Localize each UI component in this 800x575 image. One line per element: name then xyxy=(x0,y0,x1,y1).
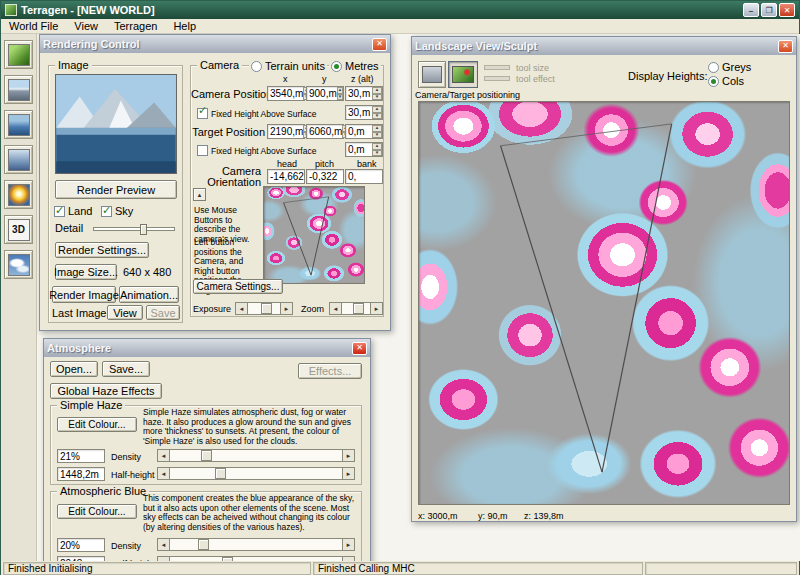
rendering-control-close-button[interactable] xyxy=(372,38,387,51)
landscape-icon xyxy=(8,44,30,66)
sculpt-tool-button[interactable] xyxy=(418,61,446,88)
blue-density-slider[interactable] xyxy=(157,538,355,551)
spinner-icon[interactable] xyxy=(372,143,382,156)
spinner-icon[interactable] xyxy=(372,106,382,119)
orientation-head-field[interactable]: -14,662 xyxy=(267,169,305,184)
camera-position-x-field[interactable]: 3540,m xyxy=(267,86,305,101)
slider-right-arrow-icon[interactable] xyxy=(342,467,355,480)
zoom-slider-track[interactable] xyxy=(342,302,370,315)
haze-halfheight-slider[interactable] xyxy=(157,467,355,480)
exposure-slider-thumb[interactable] xyxy=(261,303,272,314)
orientation-pitch-field[interactable]: -0,322 xyxy=(306,169,344,184)
image-size-button[interactable]: Image Size... xyxy=(55,264,117,280)
blue-density-track[interactable] xyxy=(170,538,342,551)
slider-right-arrow-icon[interactable] xyxy=(280,302,293,315)
fixed-height-2-checkbox[interactable]: Fixed Height Above Surface xyxy=(197,145,316,157)
haze-density-slider[interactable] xyxy=(157,449,355,462)
camera-minimap[interactable] xyxy=(263,186,365,284)
greys-radio[interactable]: Greys xyxy=(708,61,751,73)
slider-left-arrow-icon[interactable] xyxy=(157,538,170,551)
haze-density-field[interactable]: 21% xyxy=(57,449,105,463)
zoom-slider[interactable] xyxy=(329,302,383,315)
metres-label: Metres xyxy=(345,60,379,72)
detail-slider-thumb[interactable] xyxy=(140,224,147,235)
sidebar-3d-button[interactable]: 3D xyxy=(4,215,33,244)
render-settings-button[interactable]: Render Settings... xyxy=(55,242,149,258)
menu-terragen[interactable]: Terragen xyxy=(106,20,165,32)
blue-density-thumb[interactable] xyxy=(198,539,209,550)
fixed-height-1-field[interactable]: 30,m xyxy=(345,105,383,120)
sidebar-water-button[interactable] xyxy=(4,110,33,139)
menu-view[interactable]: View xyxy=(66,20,106,32)
image-group: Image Render Preview Land xyxy=(48,65,183,323)
coord-y-readout: y: 90,m xyxy=(478,511,508,521)
terrain-units-radio[interactable]: Terrain units xyxy=(249,60,327,72)
landscape-heightmap[interactable] xyxy=(418,101,790,505)
atmosphere-body: Open... Save... Effects... Global Haze E… xyxy=(44,357,370,561)
sidebar-clouds-button[interactable] xyxy=(4,145,33,174)
target-position-x-field[interactable]: 2190,m xyxy=(267,124,305,139)
close-button[interactable] xyxy=(779,3,795,17)
haze-density-track[interactable] xyxy=(170,449,342,462)
slider-right-arrow-icon[interactable] xyxy=(370,302,383,315)
rendering-control-title-bar[interactable]: Rendering Control xyxy=(40,35,390,53)
landscape-close-button[interactable] xyxy=(778,40,793,53)
haze-density-thumb[interactable] xyxy=(201,450,212,461)
render-preview-button[interactable]: Render Preview xyxy=(55,180,177,199)
landscape-title-bar[interactable]: Landscape View/Sculpt xyxy=(412,37,796,55)
render-image-button[interactable]: Render Image xyxy=(52,286,116,303)
spinner-icon[interactable] xyxy=(372,87,382,100)
sky-checkbox[interactable]: Sky xyxy=(101,205,133,217)
view-button[interactable]: View xyxy=(107,305,143,320)
target-position-z-field[interactable]: 0,m xyxy=(345,124,383,139)
cols-radio[interactable]: Cols xyxy=(708,75,744,87)
haze-halfheight-field[interactable]: 1448,2m xyxy=(57,467,105,481)
menu-help[interactable]: Help xyxy=(165,20,204,32)
haze-edit-colour-button[interactable]: Edit Colour... xyxy=(57,417,137,432)
slider-left-arrow-icon[interactable] xyxy=(329,302,342,315)
spinner-icon[interactable] xyxy=(337,87,343,100)
camera-position-z-value: 30,m xyxy=(348,88,370,99)
spinner-icon[interactable] xyxy=(372,125,382,138)
zoom-slider-thumb[interactable] xyxy=(353,303,364,314)
sidebar-terrain-button[interactable] xyxy=(4,75,33,104)
slider-left-arrow-icon[interactable] xyxy=(157,449,170,462)
slider-right-arrow-icon[interactable] xyxy=(342,538,355,551)
atmosphere-close-button[interactable] xyxy=(352,342,367,355)
slider-left-arrow-icon[interactable] xyxy=(235,302,248,315)
detail-slider[interactable] xyxy=(93,227,175,231)
blue-edit-colour-button[interactable]: Edit Colour... xyxy=(57,504,137,519)
camera-target-positioning-button[interactable] xyxy=(448,61,478,88)
save-button[interactable]: Save xyxy=(146,305,180,320)
fixed-height-2-field[interactable]: 0,m xyxy=(345,142,383,157)
restore-button[interactable] xyxy=(761,3,777,17)
land-checkbox[interactable]: Land xyxy=(54,205,92,217)
atmosphere-save-button[interactable]: Save... xyxy=(102,361,150,377)
global-haze-effects-button[interactable]: Global Haze Effects xyxy=(50,383,162,399)
sidebar-landscape-button[interactable] xyxy=(4,40,33,69)
sidebar-sky-button[interactable] xyxy=(4,250,33,279)
menu-world-file[interactable]: World File xyxy=(1,20,66,32)
haze-halfheight-track[interactable] xyxy=(170,467,342,480)
metres-radio[interactable]: Metres xyxy=(329,60,381,72)
slider-right-arrow-icon[interactable] xyxy=(342,449,355,462)
camera-position-y-field[interactable]: 900,m xyxy=(306,86,344,101)
slider-left-arrow-icon[interactable] xyxy=(157,467,170,480)
open-button[interactable]: Open... xyxy=(50,361,98,377)
workspace: Landscape View/Sculpt tool size tool eff… xyxy=(37,34,800,561)
minimize-button[interactable] xyxy=(743,3,759,17)
haze-halfheight-thumb[interactable] xyxy=(215,468,226,479)
camera-settings-button[interactable]: Camera Settings... xyxy=(193,279,283,294)
camera-position-z-field[interactable]: 30,m xyxy=(345,86,383,101)
effects-button[interactable]: Effects... xyxy=(298,363,362,379)
orientation-bank-field[interactable]: 0, xyxy=(345,169,383,184)
exposure-slider[interactable] xyxy=(235,302,293,315)
sidebar-lighting-button[interactable] xyxy=(4,180,33,209)
atmosphere-title-bar[interactable]: Atmosphere xyxy=(44,339,370,357)
animation-button[interactable]: Animation... xyxy=(119,286,179,303)
blue-density-field[interactable]: 20% xyxy=(57,538,105,552)
fixed-height-1-checkbox[interactable]: Fixed Height Above Surface xyxy=(197,108,316,120)
target-position-y-field[interactable]: 6060,m xyxy=(306,124,344,139)
exposure-slider-track[interactable] xyxy=(248,302,280,315)
minimap-nudge-button[interactable] xyxy=(193,188,206,201)
